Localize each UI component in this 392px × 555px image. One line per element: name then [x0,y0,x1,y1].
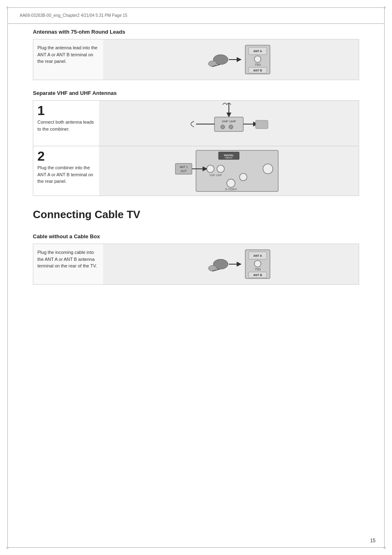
diagram-cable-no-box-text: Plug the incoming cable into the ANT A o… [33,244,103,284]
bottom-line [7,547,385,548]
antenna-75ohm-svg: ANT A 75Ω ANT B [184,41,278,78]
svg-point-26 [227,179,235,187]
svg-point-29 [263,164,273,174]
svg-point-41 [254,260,261,267]
step1-left: 1 Connect both antenna leads to the comb… [33,101,99,146]
svg-text:ANT A: ANT A [253,254,262,257]
section-vhf-uhf-heading: Separate VHF and UHF Antennas [33,90,359,96]
cable-no-box-svg: ANT A 75Ω ANT B [184,246,278,283]
svg-text:OUT: OUT [181,170,187,173]
svg-point-24 [217,165,224,173]
svg-text:ANT 1: ANT 1 [180,166,188,168]
crosshair-br [381,544,388,551]
svg-rect-18 [256,120,268,129]
svg-text:VHF UHF: VHF UHF [210,174,222,177]
side-line-right [384,24,385,548]
crosshair-bl [4,544,11,551]
step1-svg: VHF UHF [184,101,274,146]
step2-diagram: DIGITAL INPUT VHF UHF S-VIDEO [99,146,359,196]
svg-rect-31 [175,164,192,174]
section-75ohm: Antennas with 75-ohm Round Leads Plug th… [33,29,359,80]
page-number: 15 [370,538,376,543]
svg-text:INPUT: INPUT [225,157,233,159]
svg-point-7 [254,56,261,62]
step2-row: 2 Plug the combiner into the ANT A or AN… [33,146,359,196]
step1-row: 1 Connect both antenna leads to the comb… [33,101,359,146]
big-title-cable-tv: Connecting Cable TV [33,208,359,221]
svg-text:ANT B: ANT B [253,69,262,72]
cable-no-box-heading: Cable without a Cable Box [33,233,359,240]
step2-svg: DIGITAL INPUT VHF UHF S-VIDEO [171,146,286,196]
main-content: Antennas with 75-ohm Round Leads Plug th… [33,29,359,530]
svg-text:75Ω: 75Ω [255,267,261,271]
step1-diagram: VHF UHF [99,101,359,146]
step2-left: 2 Plug the combiner into the ANT A or AN… [33,146,99,196]
svg-point-23 [207,165,214,173]
section-cable-no-box: Cable without a Cable Box Plug the incom… [33,233,359,285]
svg-point-28 [240,173,247,181]
crosshair-tr [381,4,388,11]
svg-text:75Ω: 75Ω [255,63,261,67]
step2-number: 2 [37,150,95,163]
diagram-75ohm-image: ANT A 75Ω ANT B [103,39,359,80]
diagram-75ohm: Plug the antenna lead into the ANT A or … [33,39,359,80]
step2-desc: Plug the combiner into the ANT A or ANT … [37,164,95,185]
header-text: AA68-03263B-00_eng_Chapter2 4/21/04 5:31… [20,13,127,18]
diagram-75ohm-text: Plug the antenna lead into the ANT A or … [33,39,103,80]
diagram-cable-no-box-image: ANT A 75Ω ANT B [103,244,359,284]
section-vhf-uhf: Separate VHF and UHF Antennas 1 Connect … [33,90,359,196]
svg-text:S-VIDEO: S-VIDEO [225,188,237,191]
side-line-left [7,24,8,548]
step1-number: 1 [37,104,95,117]
section-75ohm-heading: Antennas with 75-ohm Round Leads [33,29,359,35]
svg-point-15 [229,125,233,129]
svg-text:VHF UHF: VHF UHF [222,120,236,123]
step1-desc: Connect both antenna leads to the combin… [37,119,95,132]
crosshair-tl [4,4,11,11]
svg-point-14 [221,125,225,129]
svg-text:ANT A: ANT A [253,50,262,53]
steps-wrapper: 1 Connect both antenna leads to the comb… [33,100,359,196]
diagram-cable-no-box: Plug the incoming cable into the ANT A o… [33,244,359,285]
svg-text:ANT B: ANT B [253,274,262,276]
header-bar: AA68-03263B-00_eng_Chapter2 4/21/04 5:31… [7,7,385,24]
